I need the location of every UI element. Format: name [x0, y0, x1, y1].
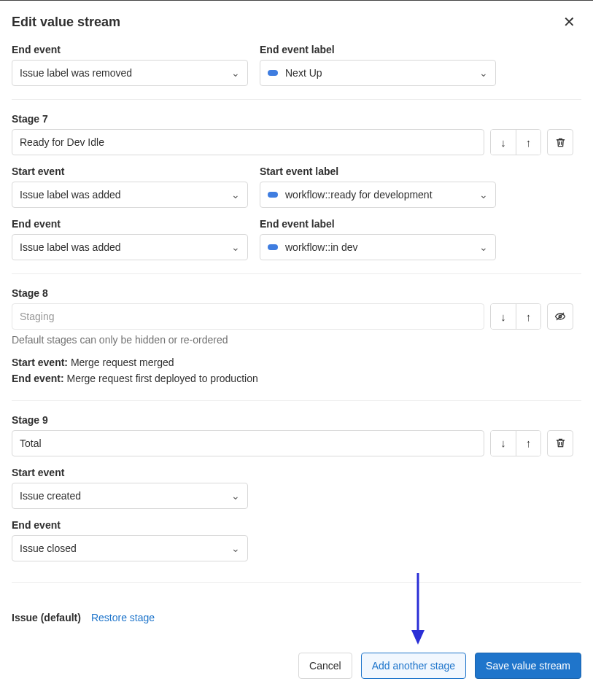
stage-7-end-event-value: Issue label was added — [20, 241, 121, 253]
stage-7-name-input[interactable] — [12, 129, 484, 155]
stage-8-end-event-label: End event: — [12, 373, 64, 384]
stage-9-end-row: End event Issue closed ⌄ — [12, 515, 581, 561]
stage-9-reorder-group: ↓ ↑ — [490, 430, 541, 456]
dialog-title: Edit value stream — [12, 15, 120, 30]
move-down-button[interactable]: ↓ — [491, 304, 516, 329]
annotation-arrow-icon — [407, 573, 429, 646]
move-up-button[interactable]: ↑ — [516, 431, 540, 456]
trash-icon — [555, 137, 566, 148]
stage-7-end-event-label-select[interactable]: workflow::in dev ⌄ — [260, 234, 496, 260]
chevron-down-icon: ⌄ — [479, 241, 488, 253]
stage-7-end-row: End event Issue label was added ⌄ End ev… — [12, 214, 581, 260]
edit-value-stream-dialog: Edit value stream ✕ End event Issue labe… — [0, 0, 593, 693]
stage-8-block: Stage 8 Staging ↓ ↑ Default stages can o… — [12, 287, 581, 387]
stage-9-start-row: Start event Issue created ⌄ — [12, 462, 581, 509]
stage-8-title: Stage 8 — [12, 287, 48, 299]
arrow-up-icon: ↑ — [526, 136, 532, 149]
delete-stage-button[interactable] — [547, 129, 573, 155]
restore-item-name: Issue (default) — [12, 612, 81, 623]
move-down-button[interactable]: ↓ — [491, 431, 516, 456]
stage-8-hint: Default stages can only be hidden or re-… — [12, 334, 581, 346]
chevron-down-icon: ⌄ — [479, 189, 488, 201]
stage-7-start-event-label-value: workflow::ready for development — [285, 189, 433, 201]
move-down-button[interactable]: ↓ — [491, 130, 516, 155]
cancel-button[interactable]: Cancel — [298, 653, 352, 679]
stage-9-name-input[interactable] — [12, 430, 484, 456]
delete-stage-button[interactable] — [547, 430, 573, 456]
stage-8-end-event-value: Merge request first deployed to producti… — [66, 373, 257, 384]
stage-9-start-event-label: Start event — [12, 467, 248, 478]
arrow-up-icon: ↑ — [526, 311, 532, 323]
stage-7-start-event-label-select[interactable]: workflow::ready for development ⌄ — [260, 182, 496, 208]
move-up-button[interactable]: ↑ — [516, 130, 540, 155]
save-value-stream-button[interactable]: Save value stream — [475, 653, 581, 679]
move-up-button[interactable]: ↑ — [516, 304, 540, 329]
eye-slash-icon — [554, 311, 566, 322]
dialog-header: Edit value stream ✕ — [12, 3, 581, 34]
divider — [12, 582, 581, 583]
stage-8-start-event-label: Start event: — [12, 357, 68, 368]
stage-8-name-placeholder: Staging — [20, 311, 54, 322]
arrow-down-icon: ↓ — [500, 311, 506, 323]
stage-8-start-event-value: Merge request merged — [71, 357, 174, 368]
restore-row: Issue (default) Restore stage — [12, 612, 581, 623]
end-event-select[interactable]: Issue label was removed ⌄ — [12, 60, 248, 86]
stage-7-block: Stage 7 ↓ ↑ Start event Issue label was … — [12, 113, 581, 260]
divider — [12, 273, 581, 274]
end-event-value: Issue label was removed — [20, 67, 132, 79]
stage-7-end-event-label: End event — [12, 218, 248, 230]
stage-8-name-readonly: Staging — [12, 303, 484, 330]
svg-marker-2 — [411, 630, 425, 645]
stage-7-start-row: Start event Issue label was added ⌄ Star… — [12, 161, 581, 208]
stage-9-end-event-select[interactable]: Issue closed ⌄ — [12, 535, 248, 561]
stage-7-name-row: ↓ ↑ — [12, 129, 573, 155]
stage-7-end-event-select[interactable]: Issue label was added ⌄ — [12, 234, 248, 260]
chevron-down-icon: ⌄ — [231, 67, 240, 79]
end-event-label: End event — [12, 44, 248, 55]
stage-9-start-event-select[interactable]: Issue created ⌄ — [12, 483, 248, 509]
chevron-down-icon: ⌄ — [231, 241, 240, 253]
dialog-footer: Cancel Add another stage Save value stre… — [12, 653, 581, 679]
close-button[interactable]: ✕ — [557, 10, 581, 34]
end-event-label-field: End event label Next Up ⌄ — [260, 39, 496, 86]
stage-9-name-row: ↓ ↑ — [12, 430, 573, 456]
stage-7-start-event-label-heading: Start event label — [260, 166, 496, 177]
trash-icon — [555, 438, 566, 448]
add-another-stage-button[interactable]: Add another stage — [361, 653, 466, 679]
stage-7-start-event-value: Issue label was added — [20, 189, 121, 201]
stage-7-end-event-label-value: workflow::in dev — [285, 241, 358, 253]
stage-7-start-event-label: Start event — [12, 166, 248, 177]
stage-8-name-row: Staging ↓ ↑ — [12, 303, 573, 330]
stage-7-title: Stage 7 — [12, 113, 48, 125]
label-badge-icon — [268, 70, 278, 76]
chevron-down-icon: ⌄ — [231, 490, 240, 502]
chevron-down-icon: ⌄ — [231, 189, 240, 201]
end-event-label-value: Next Up — [285, 67, 322, 79]
stage-9-start-event-value: Issue created — [20, 490, 81, 502]
stage-7-end-event-label-heading: End event label — [260, 218, 496, 230]
divider — [12, 99, 581, 100]
divider — [12, 400, 581, 401]
end-event-label-select[interactable]: Next Up ⌄ — [260, 60, 496, 86]
hide-stage-button[interactable] — [547, 303, 573, 330]
stage-9-end-event-value: Issue closed — [20, 542, 77, 554]
label-badge-icon — [268, 192, 278, 198]
section0-row: End event Issue label was removed ⌄ End … — [12, 39, 581, 86]
stage-8-reorder-group: ↓ ↑ — [490, 303, 541, 330]
arrow-up-icon: ↑ — [526, 437, 532, 449]
label-badge-icon — [268, 244, 278, 250]
stage-9-end-event-label: End event — [12, 519, 248, 531]
stage-8-event-summary: Start event: Merge request merged End ev… — [12, 354, 581, 387]
stage-9-block: Stage 9 ↓ ↑ Start event Issue created ⌄ — [12, 414, 581, 561]
stage-9-title: Stage 9 — [12, 414, 48, 426]
arrow-down-icon: ↓ — [500, 437, 506, 449]
chevron-down-icon: ⌄ — [479, 67, 488, 79]
close-icon: ✕ — [563, 14, 575, 30]
chevron-down-icon: ⌄ — [231, 542, 240, 554]
stage-7-start-event-select[interactable]: Issue label was added ⌄ — [12, 182, 248, 208]
restore-stage-button[interactable]: Restore stage — [91, 612, 155, 623]
end-event-field: End event Issue label was removed ⌄ — [12, 39, 248, 86]
arrow-down-icon: ↓ — [500, 136, 506, 149]
end-event-label-heading: End event label — [260, 44, 496, 55]
stage-7-reorder-group: ↓ ↑ — [490, 129, 541, 155]
